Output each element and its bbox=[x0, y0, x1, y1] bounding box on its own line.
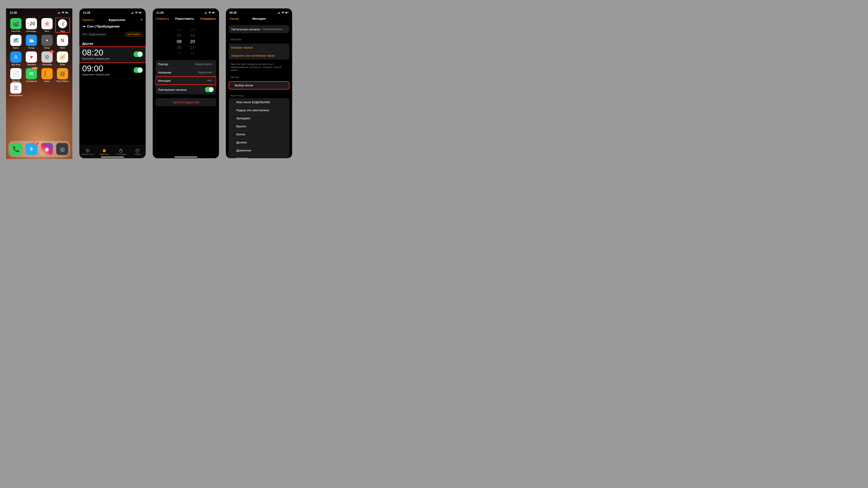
store-list: Магазин звуковЗагрузить все купленные зв… bbox=[229, 43, 289, 60]
alarm-switch[interactable] bbox=[134, 67, 143, 73]
chevron-right-icon: › bbox=[213, 79, 214, 82]
app-Календарь[interactable]: Пн20Календарь bbox=[25, 18, 38, 32]
toggle[interactable] bbox=[205, 87, 214, 92]
home-indicator[interactable] bbox=[101, 157, 124, 157]
app-icon: 🗺️ bbox=[10, 35, 22, 46]
tab-world[interactable]: Мировые часы bbox=[80, 145, 96, 158]
songs-header: ПЕСНИ bbox=[226, 73, 292, 79]
status-time: 11:29 bbox=[156, 11, 163, 14]
app-News[interactable]: NNews bbox=[56, 35, 70, 49]
app-Здоровье[interactable]: ♥Здоровье bbox=[25, 52, 38, 66]
battery-icon bbox=[285, 11, 288, 14]
app-label: App Store bbox=[11, 63, 20, 66]
add-button[interactable]: + bbox=[140, 17, 143, 23]
home-indicator[interactable] bbox=[175, 157, 197, 157]
app-icon: ▫️ bbox=[41, 35, 53, 46]
alarm-time: 08:20 bbox=[82, 48, 110, 57]
ringtone-item[interactable]: Долина bbox=[229, 138, 289, 147]
dock-telegram[interactable]: ✈217 bbox=[26, 143, 38, 155]
tab-timer[interactable]: Таймер bbox=[129, 145, 146, 158]
delete-alarm-button[interactable]: Удалить будильник bbox=[156, 98, 216, 106]
app-label: Настройки bbox=[42, 63, 52, 66]
app-Книги[interactable]: 📙Книги bbox=[40, 68, 54, 82]
setting-row-Название[interactable]: НазваниеБудильник› bbox=[156, 68, 216, 76]
app-icon: A bbox=[10, 52, 22, 63]
dock-camera[interactable]: ◎ bbox=[56, 143, 68, 155]
app-Почта Mail.ru[interactable]: @Почта Mail.ru bbox=[56, 68, 70, 82]
status-bar: 11:28 bbox=[6, 8, 72, 15]
alarm-switch[interactable] bbox=[134, 52, 143, 57]
app-FaceTime[interactable]: 📹FaceTime bbox=[9, 18, 23, 32]
setting-row-Повторение сигнала[interactable]: Повторение сигнала bbox=[156, 85, 216, 94]
save-button[interactable]: Сохранить bbox=[200, 17, 216, 20]
dock-instagram[interactable]: ◉ bbox=[41, 143, 53, 155]
status-icons bbox=[277, 11, 288, 14]
phone-alarms: 11:29 Править Будильник + Сон | Пробужде… bbox=[80, 8, 146, 158]
pick-song-row[interactable]: Выбор песни › bbox=[229, 82, 289, 89]
store-link[interactable]: Магазин звуков bbox=[229, 43, 289, 52]
signal-icon bbox=[131, 11, 134, 14]
alarm-list: 08:20Будильник, каждый день09:00Будильни… bbox=[80, 47, 146, 78]
pick-song-section: Выбор песни › bbox=[229, 82, 289, 89]
wifi-icon bbox=[208, 11, 211, 14]
edit-button[interactable]: Править bbox=[82, 18, 94, 22]
time-picker[interactable]: 05060708091011 17181920212223 bbox=[156, 26, 216, 58]
app-label: Книги bbox=[44, 80, 50, 82]
app-Заметки[interactable]: 📄Заметки bbox=[9, 68, 23, 82]
tab-alarm[interactable]: Будильник bbox=[96, 145, 113, 158]
svg-rect-5 bbox=[142, 12, 142, 13]
store-footnote: При этом будут загружены все рингтоны и … bbox=[226, 61, 292, 73]
app-label: Здоровье bbox=[27, 63, 36, 66]
status-icons bbox=[204, 11, 215, 14]
app-icon: 📹 bbox=[10, 18, 22, 29]
app-Часы[interactable]: Часы bbox=[56, 18, 70, 32]
tab-stopwatch[interactable]: Секундомер bbox=[113, 145, 129, 158]
store-link[interactable]: Загрузить все купленные звуки bbox=[229, 52, 289, 60]
ringtone-item[interactable]: Брызги bbox=[229, 122, 289, 130]
tactile-row[interactable]: Тактильные сигналы Синхронизиров…› bbox=[229, 25, 289, 33]
ringtone-item[interactable]: История bbox=[229, 155, 289, 158]
page-title: Переставить bbox=[175, 17, 194, 20]
app-Сообщения[interactable]: ✉1,075Сообщения bbox=[25, 68, 38, 82]
setup-button[interactable]: НАСТРОИТЬ bbox=[125, 32, 143, 37]
app-Папка[interactable]: ▫️Папка bbox=[40, 35, 54, 49]
store-header: МАГАЗИН bbox=[226, 35, 292, 41]
setting-row-Повтор[interactable]: ПовторКаждый день› bbox=[156, 60, 216, 68]
app-icon: 🧭 bbox=[57, 52, 68, 63]
app-label: Часы bbox=[60, 30, 65, 32]
cancel-button[interactable]: Отменить bbox=[156, 17, 169, 20]
alarm-row[interactable]: 08:20Будильник, каждый день bbox=[80, 47, 146, 63]
signal-icon bbox=[204, 11, 207, 14]
settings-list: ПовторКаждый день›НазваниеБудильник›Мело… bbox=[156, 60, 216, 94]
svg-rect-15 bbox=[288, 12, 288, 13]
app-label: Погода bbox=[28, 47, 35, 49]
app-Погода[interactable]: ⛅Погода bbox=[25, 35, 38, 49]
app-App Store[interactable]: AApp Store bbox=[9, 52, 23, 66]
tactile-section: Тактильные сигналы Синхронизиров…› bbox=[229, 25, 289, 33]
ringtone-item[interactable]: Моя песня БУДИЛЬНИК bbox=[229, 98, 289, 106]
app-Напоминания[interactable]: ☰Напоминания bbox=[9, 82, 23, 97]
dock: 📞✈217◉◎ bbox=[8, 141, 70, 157]
app-Safari[interactable]: 🧭Safari bbox=[56, 52, 70, 66]
svg-rect-14 bbox=[285, 12, 287, 13]
ringtone-item[interactable]: Волна bbox=[229, 130, 289, 138]
ringtone-item[interactable]: Радиус (по умолчанию) bbox=[229, 106, 289, 114]
picker-minutes[interactable]: 17181920212223 bbox=[190, 26, 195, 58]
back-button[interactable]: ‹Назад bbox=[229, 17, 239, 20]
app-Настройки[interactable]: ⚙︎1Настройки bbox=[40, 52, 54, 66]
alarm-sub: Будильник, каждый день bbox=[82, 57, 110, 60]
picker-hours[interactable]: 05060708091011 bbox=[177, 26, 182, 58]
ringtone-item[interactable]: Дразнилка bbox=[229, 147, 289, 155]
tab-bar: Мировые часыБудильникСекундомерТаймер bbox=[80, 145, 146, 158]
page-dots[interactable]: ● ○ ○ bbox=[6, 137, 72, 138]
alarm-row[interactable]: 09:00Будильник, каждый день bbox=[80, 63, 146, 78]
status-time: 11:28 bbox=[10, 11, 17, 14]
dock-phone[interactable]: 📞 bbox=[10, 143, 22, 155]
app-grid-2: ☰Напоминания bbox=[6, 82, 72, 97]
app-Фото[interactable]: 🌸Фото bbox=[40, 18, 54, 32]
app-Карты[interactable]: 🗺️Карты bbox=[9, 35, 23, 49]
ringtone-item[interactable]: Арпеджио bbox=[229, 114, 289, 122]
setting-row-Мелодия[interactable]: МелодияНет› bbox=[156, 76, 216, 85]
app-icon: ⛅ bbox=[26, 35, 37, 46]
app-icon: 📙 bbox=[41, 68, 53, 79]
